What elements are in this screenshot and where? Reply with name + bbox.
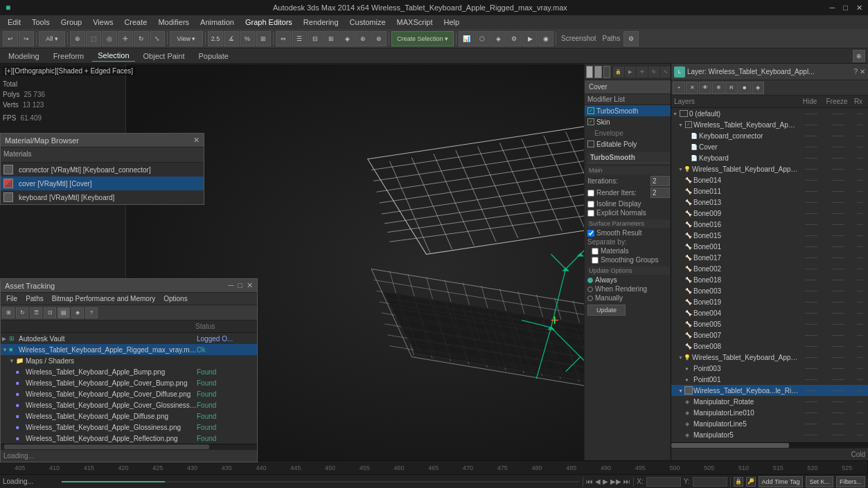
mod-item-envelope[interactable]: Envelope [585, 127, 673, 138]
layer-item-manipulator3-4[interactable]: ◈ Manipulator3 —— —— — [671, 440, 868, 442]
at-item-vault[interactable]: ▶ ⊞ Autodesk Vault Logged O... [1, 333, 257, 344]
bb-set-k-btn[interactable]: Set K... [806, 476, 833, 487]
ts-update-btn[interactable]: Update [587, 305, 626, 316]
menu-animation[interactable]: Animation [195, 17, 239, 28]
menu-create[interactable]: Create [119, 17, 152, 28]
at-question-btn[interactable]: ? [85, 307, 98, 318]
layer-hide-btn[interactable]: 👁 [699, 82, 711, 94]
sub-freeform[interactable]: Freeform [48, 51, 90, 62]
undo-button[interactable]: ↩ [3, 31, 18, 46]
layer-item-bone019[interactable]: 🦴 Bone019 —— —— — [671, 296, 868, 307]
mod-check-editable[interactable] [587, 141, 594, 147]
at-menu-bitmap[interactable]: Bitmap Performance and Memory [48, 294, 160, 303]
swatch-diffuse[interactable] [594, 66, 601, 78]
bb-y-input[interactable] [693, 477, 727, 487]
ts-render-iters-input[interactable] [650, 188, 670, 198]
percent-snap-btn[interactable]: % [240, 31, 255, 46]
layer-item-point003[interactable]: ● Point003 —— —— — [671, 363, 868, 374]
layer-item-bone014[interactable]: 🦴 Bone014 —— —— — [671, 174, 868, 186]
ts-isoline-check[interactable] [587, 201, 594, 208]
at-maximize-btn[interactable]: □ [238, 281, 242, 290]
ts-radio-always[interactable] [587, 278, 593, 283]
layer-item-point001[interactable]: ● Point001 —— —— — [671, 374, 868, 385]
spinner-snap-btn[interactable]: ⊞ [256, 31, 271, 46]
at-item-maxfile[interactable]: ▼ ■ Wireless_Tablet_Keyboard_Apple_Rigge… [1, 344, 257, 355]
menu-group[interactable]: Group [56, 17, 87, 28]
align-camera-btn[interactable]: ⊕ [355, 31, 371, 46]
layer-item-tablet-h[interactable]: ▼ 💡 Wireless_Tablet_Keyboard_Apple_Rigge… [671, 352, 868, 363]
at-close-btn[interactable]: ✕ [247, 281, 253, 290]
mod-item-editable-poly[interactable]: Editable Poly [585, 138, 673, 150]
snap-2d-btn[interactable]: 2.5 [208, 31, 223, 46]
sub-selection[interactable]: Selection [92, 50, 134, 62]
sub-populate[interactable]: Populate [193, 51, 233, 62]
bb-play-btn[interactable]: ▶ [603, 478, 608, 485]
at-item-cover-gloss[interactable]: ■ Wireless_Tablet_Keyboard_Apple_Cover_G… [1, 399, 257, 410]
menu-customize[interactable]: Customize [345, 17, 391, 28]
sub-settings-btn[interactable]: ⊕ [853, 50, 865, 62]
layer-new-btn[interactable]: + [673, 82, 685, 94]
bb-x-input[interactable] [646, 477, 681, 487]
layer-select-btn[interactable]: ◈ [752, 82, 764, 94]
render-btn[interactable]: ▶ [522, 31, 538, 46]
ts-smoothing-check[interactable] [592, 257, 599, 264]
layer-item-bone009[interactable]: 🦴 Bone009 —— —— — [671, 208, 868, 219]
menu-maxscript[interactable]: MAXScript [392, 17, 438, 28]
move-btn[interactable]: ✛ [118, 31, 133, 46]
ts-smooth-result-check[interactable] [587, 230, 594, 237]
ts-explicit-check[interactable] [587, 210, 594, 217]
bb-next-frame[interactable]: ▶▶ [610, 478, 621, 485]
layer-item-bone008[interactable]: 🦴 Bone008 —— —— — [671, 341, 868, 352]
layer-item-bone005[interactable]: 🦴 Bone005 —— —— — [671, 318, 868, 329]
settings-btn[interactable]: ⚙ [623, 31, 639, 46]
at-item-diffuse[interactable]: ■ Wireless_Tablet_Keyboard_Apple_Diffuse… [1, 410, 257, 422]
at-minimize-btn[interactable]: ─ [229, 281, 234, 290]
mat-item-connector[interactable]: connector [VRayMtl] [Keyboard_connector] [1, 163, 204, 177]
at-item-cover-bump[interactable]: ■ Wireless_Tablet_Keyboard_Apple_Cover_B… [1, 377, 257, 388]
ts-materials-check[interactable] [592, 248, 599, 255]
bb-prev-frame[interactable]: ◀ [595, 478, 601, 485]
quick-align-btn[interactable]: ⊟ [308, 31, 323, 46]
select-region-btn[interactable]: ⬚ [86, 31, 101, 46]
layer-item-cover[interactable]: 📄 Cover —— —— — [671, 141, 868, 152]
material-editor-btn[interactable]: ◈ [490, 31, 506, 46]
layer-item-bone007[interactable]: 🦴 Bone007 —— —— — [671, 329, 868, 341]
ts-render-iters-check[interactable] [587, 190, 594, 197]
layer-item-keyboard-connector[interactable]: 📄 Keyboard_connector —— —— — [671, 130, 868, 141]
mod-move-btn[interactable]: ✛ [637, 66, 648, 78]
close-button[interactable]: ✕ [856, 3, 862, 12]
layer-item-manipulator_rotate-0[interactable]: ◈ Manipulator_Rotate —— —— — [671, 396, 868, 407]
layer-item-bone017[interactable]: 🦴 Bone017 —— —— — [671, 252, 868, 263]
ts-radio-manually[interactable] [587, 296, 593, 301]
sub-object-paint[interactable]: Object Paint [138, 51, 191, 62]
menu-graph-editors[interactable]: Graph Editors [240, 17, 297, 28]
select-lasso-btn[interactable]: ◎ [102, 31, 117, 46]
mod-item-skin[interactable]: ✓ Skin [585, 116, 673, 127]
at-menu-paths[interactable]: Paths [21, 294, 48, 303]
layer-item-tablet-rigged[interactable]: ▼ ✓ Wireless_Tablet_Keyboard_Apple_Rigge… [671, 119, 868, 130]
schematic-btn[interactable]: ⬡ [475, 31, 490, 46]
render-setup-btn[interactable]: ⚙ [506, 31, 522, 46]
view-dropdown[interactable]: View ▾ [170, 31, 203, 46]
mod-check-skin[interactable]: ✓ [587, 118, 594, 125]
mirror-btn[interactable]: ⇔ [276, 31, 291, 46]
layer-item-bone011[interactable]: 🦴 Bone011 —— —— — [671, 186, 868, 197]
mat-browser-close-btn[interactable]: ✕ [193, 136, 200, 145]
layer-item-bone002[interactable]: 🦴 Bone002 —— —— — [671, 263, 868, 274]
at-menu-file[interactable]: File [2, 294, 21, 303]
at-toggle-btn[interactable]: ◈ [71, 307, 84, 318]
ts-iterations-input[interactable] [650, 176, 670, 186]
menu-modifiers[interactable]: Modifiers [153, 17, 194, 28]
bb-key-btn[interactable]: 🔑 [746, 477, 756, 487]
at-view3-btn[interactable]: ▤ [57, 307, 70, 318]
bb-first-frame[interactable]: ⏮ [586, 478, 593, 485]
menu-tools[interactable]: Tools [27, 17, 55, 28]
mat-item-cover[interactable]: cover [VRayMtl] [Cover] [1, 177, 204, 190]
scale-btn[interactable]: ⤡ [150, 31, 165, 46]
sub-modeling[interactable]: Modeling [3, 51, 45, 62]
create-selection-btn[interactable]: Create Selection ▾ [391, 31, 454, 46]
at-item-reflection[interactable]: ■ Wireless_Tablet_Keyboard_Apple_Reflect… [1, 433, 257, 444]
layer-item-tablet-b[interactable]: ▼ 💡 Wireless_Tablet_Keyboard_Apple_Rigge… [671, 163, 868, 174]
layer-item-manipulatorline010-1[interactable]: ◈ ManipulatorLine010 —— —— — [671, 407, 868, 418]
mod-check-turbosmooth[interactable]: ✓ [587, 107, 594, 114]
